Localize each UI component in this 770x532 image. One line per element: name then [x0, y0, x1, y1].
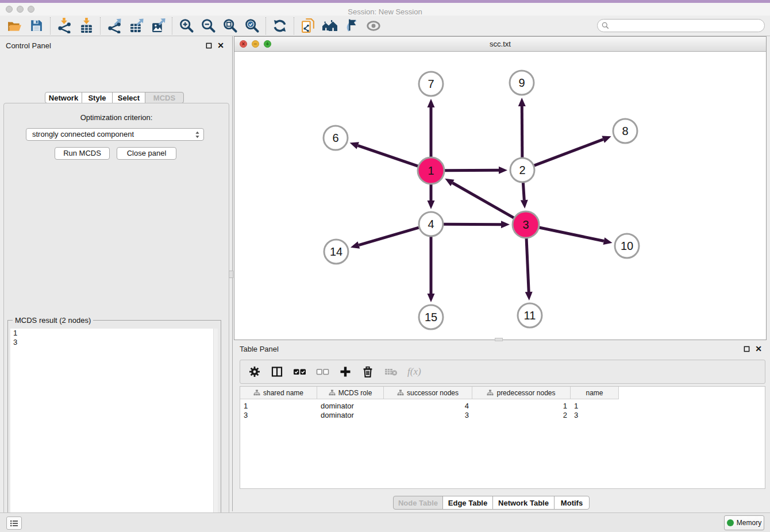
show-hide-button[interactable]: [363, 17, 384, 35]
table-panel-title: Table Panel: [240, 345, 279, 353]
task-history-button[interactable]: [6, 516, 22, 530]
export-image-button[interactable]: [147, 17, 169, 35]
close-panel-button[interactable]: Close panel: [117, 147, 176, 160]
import-table-button[interactable]: [75, 17, 97, 35]
column-layout-icon[interactable]: [271, 365, 283, 378]
graph-node-label: 8: [622, 125, 628, 137]
table-row[interactable]: 3 dominator 3 2 3: [240, 410, 765, 419]
edge-arrowhead: [603, 237, 613, 245]
run-mcds-button[interactable]: Run MCDS: [55, 147, 110, 160]
refresh-layout-button[interactable]: [269, 17, 291, 35]
edge-2-8[interactable]: [534, 140, 603, 166]
mcds-result-line: 3: [10, 338, 218, 347]
mcds-result-line: 1: [10, 329, 218, 338]
table-row[interactable]: 1 dominator 4 1 1: [240, 401, 765, 410]
toolbar-separator: [100, 17, 101, 34]
edge-3-1[interactable]: [452, 183, 514, 218]
clone-network-button[interactable]: [297, 17, 319, 35]
zoom-out-button[interactable]: [197, 17, 219, 35]
tab-select[interactable]: Select: [112, 92, 145, 103]
column-label: name: [586, 389, 603, 397]
shared-column-icon: [397, 390, 404, 396]
search-input[interactable]: [611, 20, 764, 31]
edge-3-11[interactable]: [526, 238, 529, 292]
float-panel-icon[interactable]: [744, 346, 750, 352]
edge-1-6[interactable]: [358, 145, 418, 166]
import-table-icon: [79, 18, 94, 33]
shared-column-icon: [253, 390, 260, 396]
table-panel: Table Panel ✕: [234, 341, 770, 511]
vertical-splitter-grip[interactable]: [229, 271, 233, 278]
network-canvas[interactable]: 1234678910111415: [234, 51, 766, 340]
column-header-shared-name[interactable]: shared name: [240, 387, 317, 399]
delete-row-icon[interactable]: [361, 365, 374, 378]
edge-3-10[interactable]: [539, 228, 603, 241]
tab-edge-table[interactable]: Edge Table: [442, 496, 493, 510]
add-row-icon[interactable]: [339, 365, 352, 378]
tab-network-table[interactable]: Network Table: [492, 496, 555, 510]
graph-node-label: 3: [522, 218, 529, 231]
float-panel-icon[interactable]: [206, 43, 212, 49]
edge-1-2[interactable]: [445, 170, 499, 171]
table-tabs: Node Table Edge Table Network Table Moti…: [393, 496, 590, 510]
toolbar-separator: [265, 17, 266, 34]
mcds-result-legend: MCDS result (2 nodes): [13, 316, 93, 325]
tab-style[interactable]: Style: [82, 92, 113, 103]
result-scrollbar[interactable]: [213, 329, 218, 532]
column-header-name[interactable]: name: [571, 387, 619, 399]
cell-predecessor-nodes: 2: [472, 411, 571, 419]
column-header-predecessor-nodes[interactable]: predecessor nodes: [472, 387, 571, 399]
graph-node-label: 14: [330, 245, 342, 258]
home-button[interactable]: [319, 17, 341, 35]
edge-2-3[interactable]: [523, 183, 524, 200]
zoom-selected-button[interactable]: [241, 17, 263, 35]
graph-node-label: 9: [518, 76, 525, 89]
edge-4-3[interactable]: [444, 224, 501, 225]
edge-4-14[interactable]: [359, 228, 419, 245]
zoom-fit-button[interactable]: [219, 17, 241, 35]
edge-2-9[interactable]: [522, 106, 522, 157]
gear-icon[interactable]: [248, 365, 261, 378]
zoom-selected-icon: [244, 18, 260, 33]
column-label: MCDS role: [338, 389, 372, 397]
edge-arrowhead: [351, 241, 360, 248]
list-icon: [10, 519, 19, 527]
mcds-result-textarea[interactable]: 1 3: [10, 329, 218, 532]
open-folder-icon: [7, 18, 22, 33]
close-panel-icon[interactable]: ✕: [217, 42, 224, 49]
tab-node-table[interactable]: Node Table: [393, 496, 443, 510]
graph-node-label: 2: [519, 164, 525, 176]
mcds-result-group: MCDS result (2 nodes) 1 3: [7, 320, 221, 532]
unselect-all-icon[interactable]: [316, 365, 329, 378]
tab-motifs[interactable]: Motifs: [554, 496, 590, 510]
apply-style-button[interactable]: [341, 17, 363, 35]
zoom-in-icon: [179, 18, 194, 33]
save-session-button[interactable]: [25, 17, 47, 35]
select-all-icon[interactable]: [293, 365, 306, 378]
open-file-button[interactable]: [3, 17, 25, 35]
shared-column-icon: [487, 390, 494, 396]
close-panel-icon[interactable]: ✕: [755, 345, 762, 352]
column-header-mcds-role[interactable]: MCDS role: [317, 387, 384, 399]
eye-icon: [365, 18, 382, 34]
export-table-icon: [129, 18, 144, 33]
criterion-select[interactable]: strongly connected component: [26, 128, 204, 141]
column-label: shared name: [263, 389, 303, 397]
search-icon: [602, 22, 609, 29]
import-network-button[interactable]: [53, 17, 75, 35]
export-network-icon: [107, 18, 122, 33]
tab-mcds[interactable]: MCDS: [145, 92, 184, 103]
tab-network[interactable]: Network: [45, 92, 82, 103]
memory-button[interactable]: Memory: [724, 515, 764, 530]
export-table-button[interactable]: [125, 17, 147, 35]
zoom-in-button[interactable]: [175, 17, 197, 35]
control-panel-tabs: Network Style Select MCDS: [45, 92, 184, 103]
cell-shared-name: 1: [240, 402, 317, 410]
cell-mcds-role: dominator: [317, 411, 384, 419]
export-network-button[interactable]: [103, 17, 125, 35]
shared-column-icon: [329, 390, 336, 396]
search-box[interactable]: [597, 19, 765, 32]
graph-node-label: 11: [524, 309, 536, 322]
column-header-successor-nodes[interactable]: successor nodes: [384, 387, 472, 399]
control-panel-title: Control Panel: [6, 41, 51, 50]
